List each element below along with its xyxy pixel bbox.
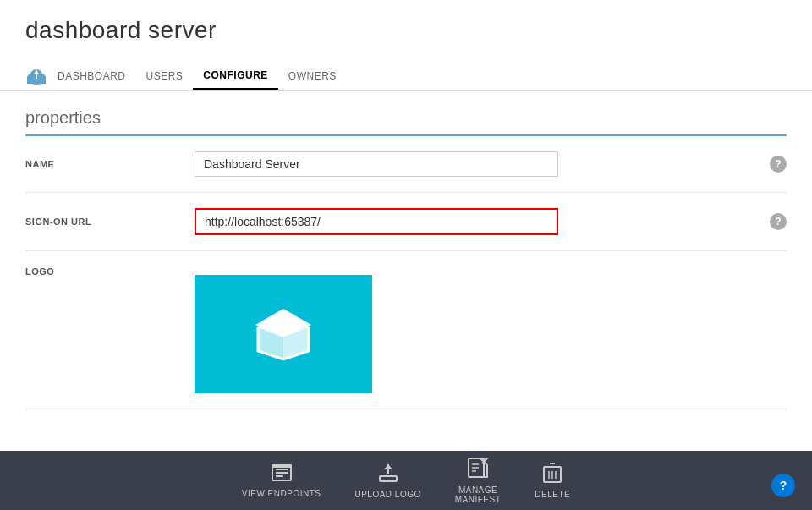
cloud-icon — [25, 68, 47, 85]
manage-manifest-icon — [467, 457, 489, 482]
section-title: properties — [25, 108, 787, 128]
delete-button[interactable]: DELETE — [535, 463, 570, 499]
logo-row: LOGO — [25, 251, 787, 409]
name-value — [195, 151, 753, 177]
nav-bar: DASHBOARD USERS CONFIGURE OWNERS — [0, 61, 812, 91]
name-help: ? — [753, 156, 787, 173]
sign-on-url-help: ? — [753, 213, 787, 230]
view-endpoints-label: VIEW ENDPOINTS — [242, 489, 321, 498]
upload-logo-label: UPLOAD LOGO — [354, 490, 420, 499]
toolbar: VIEW ENDPOINTS UPLOAD LOGO — [0, 451, 812, 510]
logo-value — [195, 266, 753, 393]
sign-on-url-value — [195, 208, 753, 235]
view-endpoints-button[interactable]: VIEW ENDPOINTS — [242, 463, 321, 498]
delete-label: DELETE — [535, 490, 570, 499]
toolbar-help-button[interactable]: ? — [771, 474, 795, 497]
nav-item-users[interactable]: USERS — [136, 63, 194, 89]
nav-item-dashboard[interactable]: DASHBOARD — [47, 63, 136, 89]
upload-logo-icon — [378, 463, 398, 486]
name-help-icon[interactable]: ? — [770, 156, 787, 173]
view-endpoints-icon — [271, 463, 293, 485]
logo-label: LOGO — [25, 266, 195, 277]
svg-rect-16 — [272, 464, 292, 468]
upload-logo-button[interactable]: UPLOAD LOGO — [354, 463, 420, 499]
header: dashboard server — [0, 0, 812, 61]
sign-on-url-row: SIGN-ON URL ? — [25, 193, 787, 251]
delete-icon — [543, 463, 562, 486]
logo-preview — [195, 275, 372, 393]
logo-icon — [245, 296, 321, 372]
nav-item-owners[interactable]: OWNERS — [278, 63, 347, 89]
name-row: NAME ? — [25, 136, 787, 193]
manage-manifest-label: MANAGE MANIFEST — [455, 485, 502, 504]
sign-on-url-input[interactable] — [195, 208, 558, 235]
name-input[interactable] — [195, 151, 558, 177]
svg-marker-19 — [384, 464, 392, 469]
svg-rect-6 — [36, 74, 37, 79]
toolbar-help-icon: ? — [780, 479, 787, 492]
sign-on-url-help-icon[interactable]: ? — [770, 213, 787, 230]
name-label: NAME — [25, 159, 195, 169]
manage-manifest-button[interactable]: MANAGE MANIFEST — [455, 457, 502, 504]
page-title: dashboard server — [25, 17, 787, 44]
sign-on-url-label: SIGN-ON URL — [25, 217, 195, 227]
properties-table: NAME ? SIGN-ON URL ? LOGO — [25, 136, 787, 409]
nav-item-configure[interactable]: CONFIGURE — [193, 63, 278, 90]
svg-rect-17 — [380, 476, 397, 481]
main-content: properties NAME ? SIGN-ON URL ? LOGO — [0, 91, 812, 451]
